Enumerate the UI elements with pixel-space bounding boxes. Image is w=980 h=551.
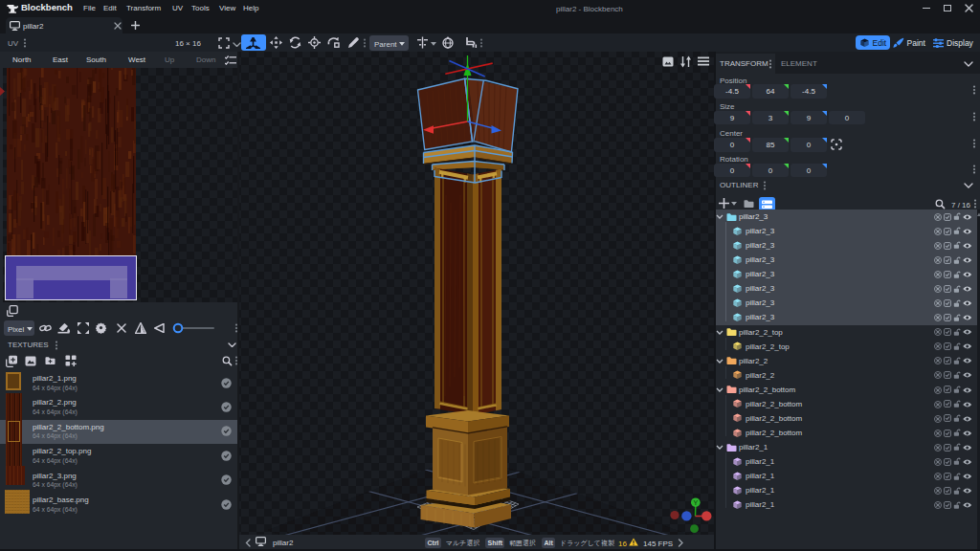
svg-text:Y: Y (693, 499, 698, 506)
